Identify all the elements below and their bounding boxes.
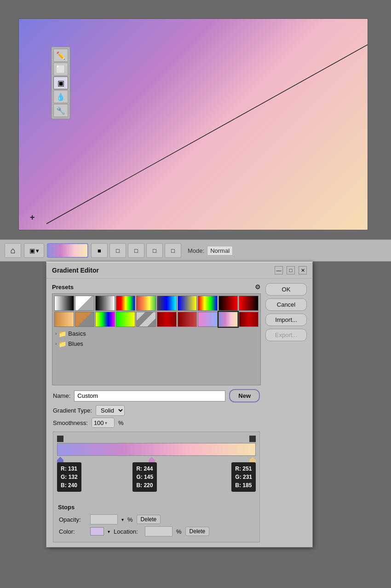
preset-swatch-5[interactable] (157, 296, 177, 311)
preset-swatch-2[interactable] (95, 296, 115, 311)
gear-icon[interactable]: ⚙ (255, 283, 261, 291)
layer-icon: ▣ (29, 247, 35, 254)
layer-button[interactable]: ▣ ▾ (24, 243, 44, 258)
rgb-tooltip-mid: R: 244 G: 145 B: 220 (132, 462, 157, 492)
name-row: Name: New (52, 389, 261, 402)
presets-grid (54, 296, 259, 327)
mid-b: 220 (144, 482, 153, 489)
extra-tool[interactable]: 🔧 (53, 104, 68, 117)
ok-button[interactable]: OK (265, 283, 307, 296)
eraser-tool[interactable]: ⬜ (53, 63, 68, 76)
toolbar-strip: ⌂ ▣ ▾ ■ □ □ □ □ Mode: Normal (0, 239, 391, 262)
presets-title: Presets (52, 284, 74, 291)
blues-label: Blues (68, 340, 83, 347)
mode-value[interactable]: Normal (207, 246, 233, 256)
preset-swatch-0[interactable] (54, 296, 74, 311)
opacity-stop-right[interactable] (249, 436, 256, 442)
preset-swatch-10[interactable] (54, 312, 74, 327)
titlebar-buttons: — □ ✕ (275, 266, 307, 274)
basics-folder-icon: 📁 (58, 330, 66, 338)
preset-swatch-8[interactable] (218, 296, 238, 311)
gradient-type-row: Gradient Type: Solid (52, 405, 261, 416)
gradient-mode-3[interactable]: □ (128, 243, 144, 258)
gradient-preview-button[interactable] (47, 243, 88, 258)
smoothness-dropdown-icon: ▾ (105, 420, 107, 425)
preset-swatch-17[interactable] (198, 312, 218, 327)
home-button[interactable]: ⌂ (5, 243, 21, 258)
opacity-delete-button[interactable]: Delete (137, 515, 161, 524)
location-label: Location: (114, 528, 141, 535)
preset-swatch-13[interactable] (116, 312, 136, 327)
gradient-tool[interactable]: ▣ (53, 76, 68, 89)
gradient-type-select[interactable]: Solid (96, 405, 125, 416)
opacity-input[interactable] (90, 514, 118, 524)
bottom-rows: Opacity: ▾ % Delete Color: ▾ (58, 512, 255, 538)
minimize-button[interactable]: — (275, 266, 283, 274)
name-input[interactable] (74, 390, 225, 402)
home-icon: ⌂ (11, 246, 16, 256)
export-button[interactable]: Export... (265, 329, 307, 341)
presets-header: Presets ⚙ (52, 283, 261, 291)
left-b: 240 (68, 482, 77, 489)
opacity-row: Opacity: ▾ % Delete (59, 514, 254, 524)
blues-folder-icon: 📁 (58, 340, 66, 348)
right-r: 251 (242, 466, 252, 472)
preset-swatch-16[interactable] (178, 312, 197, 327)
gradient-mode-solid[interactable]: ■ (91, 243, 108, 258)
color-swatch[interactable] (90, 527, 104, 536)
canvas-area: ✏️ ⬜ ▣ 💧 🔧 + (0, 0, 391, 239)
cancel-button[interactable]: Cancel (265, 298, 307, 311)
presets-grid-container[interactable]: › 📁 Basics › 📁 Blues (52, 293, 261, 385)
right-g: 231 (243, 474, 252, 480)
color-label: Color: (59, 528, 86, 535)
opacity-label: Opacity: (59, 516, 86, 523)
preset-swatch-7[interactable] (198, 296, 218, 311)
svg-line-0 (46, 44, 368, 224)
gradient-section: R: 131 G: 132 B: 240 R: 244 G: 145 B: 22… (53, 431, 260, 542)
smoothness-label: Smoothness: (53, 419, 88, 426)
preset-swatch-1[interactable] (75, 296, 95, 311)
color-tooltips-area: R: 131 G: 132 B: 240 R: 244 G: 145 B: 22… (57, 464, 256, 501)
mid-g: 145 (144, 474, 153, 480)
smoothness-input[interactable]: 100 ▾ (92, 418, 115, 428)
location-input[interactable] (145, 526, 172, 536)
location-pct: % (176, 528, 182, 535)
mode-label: Mode: (188, 247, 204, 254)
stops-section: Stops Opacity: ▾ % Delete (58, 504, 255, 538)
eyedropper-tool[interactable]: 💧 (53, 90, 68, 103)
preset-swatch-12[interactable] (95, 312, 115, 327)
preset-swatch-15[interactable] (157, 312, 177, 327)
preset-swatch-11[interactable] (75, 312, 95, 327)
folder-basics[interactable]: › 📁 Basics (54, 329, 259, 339)
import-button[interactable]: Import... (265, 314, 307, 326)
opacity-stop-left[interactable] (57, 436, 63, 442)
brush-tool[interactable]: ✏️ (53, 49, 68, 62)
preset-swatch-18[interactable] (218, 312, 238, 327)
dialog-title: Gradient Editor (52, 267, 99, 274)
preset-swatch-14[interactable] (136, 312, 156, 327)
tool-palette: ✏️ ⬜ ▣ 💧 🔧 (51, 47, 70, 119)
gradient-mode-4[interactable]: □ (146, 243, 163, 258)
gradient-bar[interactable] (57, 443, 256, 456)
mid-r: 244 (144, 466, 153, 472)
smoothness-value: 100 (94, 419, 104, 426)
restore-button[interactable]: □ (287, 266, 295, 274)
preset-swatch-4[interactable] (136, 296, 156, 311)
left-r: 131 (68, 466, 77, 472)
preset-swatch-3[interactable] (116, 296, 136, 311)
color-row: Color: ▾ Location: % Delete (59, 526, 254, 536)
new-button[interactable]: New (229, 389, 260, 402)
gradient-mode-2[interactable]: □ (109, 243, 126, 258)
gradient-editor-dialog: Gradient Editor — □ ✕ Presets ⚙ › (46, 262, 313, 547)
folder-blues[interactable]: › 📁 Blues (54, 339, 259, 349)
color-delete-button[interactable]: Delete (185, 527, 210, 536)
preset-swatch-19[interactable] (239, 312, 259, 327)
gradient-mode-5[interactable]: □ (165, 243, 181, 258)
left-g: 132 (69, 474, 78, 480)
close-button[interactable]: ✕ (299, 266, 307, 274)
preset-swatch-9[interactable] (239, 296, 259, 311)
dialog-left: Presets ⚙ › 📁 Basics › 📁 Blues (52, 283, 261, 542)
preset-swatch-6[interactable] (178, 296, 197, 311)
smoothness-row: Smoothness: 100 ▾ % (52, 418, 261, 428)
dialog-right: OK Cancel Import... Export... (265, 283, 307, 542)
